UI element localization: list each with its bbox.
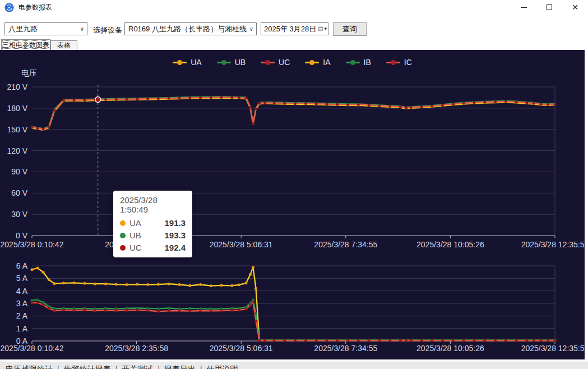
titlebar: 电参数报表 ✕ (0, 0, 588, 15)
tab-table-label: 表格 (57, 41, 71, 50)
legend-label: IB (364, 58, 371, 67)
legend-item-IB[interactable]: IB (346, 58, 371, 67)
svg-text:1 A: 1 A (16, 324, 28, 333)
svg-text:180 V: 180 V (7, 104, 27, 113)
legend-line-dot-icon (173, 62, 187, 63)
tooltip-series-name: UC (129, 243, 142, 252)
tooltip-row-UC: UC192.4 (120, 243, 186, 252)
status-item[interactable]: 使用说明 (202, 365, 243, 369)
legend-line-dot-icon (386, 62, 400, 63)
svg-text:150 V: 150 V (7, 125, 27, 134)
svg-text:0 V: 0 V (16, 231, 28, 240)
svg-text:3 A: 3 A (16, 299, 28, 308)
svg-text:210 V: 210 V (7, 82, 27, 91)
legend-line-dot-icon (305, 62, 319, 63)
tab-chart[interactable]: 三相电参数图表 (1, 39, 50, 50)
maximize-button[interactable] (536, 0, 562, 15)
series-dot-icon (120, 233, 126, 238)
area-select-value: 八里九路 (5, 24, 77, 34)
svg-text:2025/3/28 12:35:56: 2025/3/28 12:35:56 (521, 344, 585, 353)
svg-text:2025/3/28 5:06:31: 2025/3/28 5:06:31 (210, 344, 273, 353)
app-icon (4, 3, 14, 12)
svg-text:2025/3/28 5:06:31: 2025/3/28 5:06:31 (210, 240, 273, 249)
legend-label: UB (235, 58, 246, 67)
legend-item-UA[interactable]: UA (173, 58, 201, 67)
tooltip-row-UA: UA191.3 (120, 218, 186, 228)
status-item[interactable]: 报表导出 (160, 365, 200, 369)
query-button-label: 查询 (342, 24, 357, 34)
legend-line-dot-icon (217, 62, 231, 63)
chevron-down-icon: ∨ (77, 26, 87, 32)
chevron-down-icon: ∨ (247, 26, 256, 32)
statusbar: 电压越限统计|告警统计报表|开关测试|报表导出|使用说明 (0, 362, 588, 369)
charts-canvas: 210 V180 V150 V120 V90 V60 V30 V0 V2025/… (0, 50, 585, 359)
chart-tooltip: 2025/3/28 1:50:49 UA191.3UB193.3UC192.4 (113, 191, 192, 257)
legend-line-dot-icon (261, 62, 275, 63)
voltage-chart-title: 电压 (21, 68, 37, 79)
svg-text:5 A: 5 A (16, 274, 28, 283)
svg-text:2025/3/28 7:34:55: 2025/3/28 7:34:55 (314, 240, 377, 249)
svg-text:2025/3/28 0:10:42: 2025/3/28 0:10:42 (1, 240, 64, 249)
tooltip-series-value: 191.3 (164, 218, 186, 228)
date-value: 2025年 3月28日 (261, 24, 316, 34)
close-button[interactable]: ✕ (562, 0, 588, 15)
tooltip-series-value: 193.3 (164, 230, 186, 240)
svg-text:90 V: 90 V (11, 167, 27, 176)
app-window: 电参数报表 ✕ 八里九路 ∨ 选择设备 R0169 八里九路（长丰路）与湘桂线交… (0, 0, 588, 369)
tab-chart-label: 三相电参数图表 (2, 40, 49, 50)
calendar-icon (318, 25, 323, 33)
chart-panel: 210 V180 V150 V120 V90 V60 V30 V0 V2025/… (0, 50, 585, 359)
svg-text:60 V: 60 V (11, 188, 27, 197)
legend-item-UB[interactable]: UB (217, 58, 246, 67)
svg-text:2 A: 2 A (16, 311, 28, 320)
tooltip-series-name: UB (129, 230, 141, 240)
tooltip-series-value: 192.4 (164, 243, 186, 252)
svg-text:2025/3/28 2:35:58: 2025/3/28 2:35:58 (105, 344, 168, 353)
svg-text:120 V: 120 V (7, 146, 27, 155)
tooltip-time: 2025/3/28 1:50:49 (120, 195, 186, 214)
status-item[interactable]: 开关测试 (117, 365, 158, 369)
status-item[interactable]: 电压越限统计 (1, 365, 57, 369)
status-item[interactable]: 告警统计报表 (59, 365, 115, 369)
legend-item-IC[interactable]: IC (386, 58, 412, 67)
legend-label: IC (404, 58, 412, 67)
area-select[interactable]: 八里九路 ∨ (4, 22, 87, 35)
legend-item-UC[interactable]: UC (261, 58, 290, 67)
series-dot-icon (120, 220, 126, 226)
legend-label: UA (191, 58, 201, 67)
minimize-icon (521, 7, 527, 8)
tabstrip: 三相电参数图表 表格 (0, 39, 588, 50)
tab-table[interactable]: 表格 (50, 40, 77, 50)
toolbar: 八里九路 ∨ 选择设备 R0169 八里九路（长丰路）与湘桂线交 ∨ 2025年… (0, 15, 588, 39)
device-label: 选择设备 (93, 25, 122, 35)
device-select[interactable]: R0169 八里九路（长丰路）与湘桂线交 ∨ (124, 22, 257, 35)
tooltip-row-UB: UB193.3 (120, 230, 186, 240)
minimize-button[interactable] (511, 0, 536, 15)
svg-text:2025/3/28 10:05:26: 2025/3/28 10:05:26 (416, 344, 484, 353)
svg-text:2025/3/28 12:35:56: 2025/3/28 12:35:56 (521, 240, 585, 249)
device-select-value: R0169 八里九路（长丰路）与湘桂线交 (125, 24, 247, 34)
legend-label: IA (323, 58, 330, 67)
chart-legend: UAUBUCIAIBIC (0, 58, 585, 67)
close-icon: ✕ (572, 3, 578, 11)
tooltip-series-name: UA (129, 218, 141, 228)
panel-right-margin (585, 50, 588, 359)
date-picker[interactable]: 2025年 3月28日 ▼ (261, 22, 328, 35)
window-title: 电参数报表 (18, 3, 52, 12)
chevron-down-icon: ▼ (323, 26, 328, 31)
query-button[interactable]: 查询 (333, 22, 367, 36)
series-dot-icon (120, 245, 126, 251)
svg-text:2025/3/28 7:34:55: 2025/3/28 7:34:55 (314, 344, 377, 353)
svg-text:2025/3/28 10:05:26: 2025/3/28 10:05:26 (416, 240, 484, 249)
svg-text:30 V: 30 V (11, 210, 27, 219)
svg-text:2025/3/28 0:10:42: 2025/3/28 0:10:42 (1, 344, 64, 353)
svg-text:4 A: 4 A (16, 287, 28, 296)
legend-item-IA[interactable]: IA (305, 58, 330, 67)
maximize-icon (547, 4, 552, 10)
legend-label: UC (279, 58, 290, 67)
legend-line-dot-icon (346, 62, 360, 63)
svg-text:6 A: 6 A (16, 261, 28, 270)
